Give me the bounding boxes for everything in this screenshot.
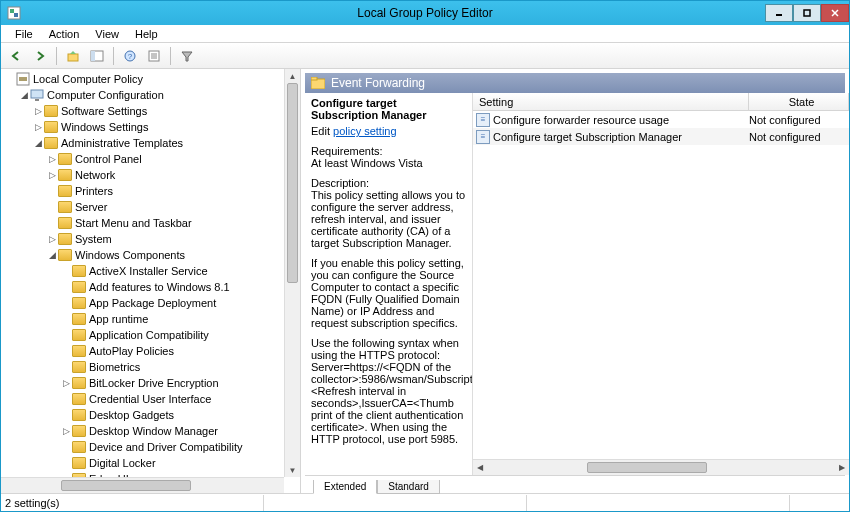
folder-icon <box>72 313 86 325</box>
tree-item-windows-settings[interactable]: ▷Windows Settings <box>5 119 300 135</box>
policy-tree[interactable]: Local Computer Policy ◢Computer Configur… <box>1 69 300 493</box>
scroll-up-arrow[interactable]: ▲ <box>285 69 300 83</box>
tree-item[interactable]: App runtime <box>5 311 300 327</box>
tree-item[interactable]: ActiveX Installer Service <box>5 263 300 279</box>
tree-item-printers[interactable]: Printers <box>5 183 300 199</box>
filter-button[interactable] <box>176 45 198 67</box>
column-setting[interactable]: Setting <box>473 93 749 110</box>
scroll-thumb[interactable] <box>587 462 707 473</box>
folder-icon <box>58 233 72 245</box>
maximize-button[interactable] <box>793 4 821 22</box>
folder-icon <box>72 361 86 373</box>
tree-item-windows-components[interactable]: ◢Windows Components <box>5 247 300 263</box>
tree-item[interactable]: Desktop Gadgets <box>5 407 300 423</box>
menu-view[interactable]: View <box>87 28 127 40</box>
tree-item-computer-configuration[interactable]: ◢Computer Configuration <box>5 87 300 103</box>
menu-help[interactable]: Help <box>127 28 166 40</box>
minimize-button[interactable] <box>765 4 793 22</box>
computer-icon <box>30 88 44 102</box>
folder-icon <box>44 121 58 133</box>
up-button[interactable] <box>62 45 84 67</box>
folder-icon <box>72 281 86 293</box>
tree-item-local-computer-policy[interactable]: Local Computer Policy <box>5 71 300 87</box>
edit-policy-link[interactable]: policy setting <box>333 125 397 137</box>
policy-icon <box>16 72 30 86</box>
status-text: 2 setting(s) <box>5 497 59 509</box>
tree-item[interactable]: AutoPlay Policies <box>5 343 300 359</box>
toolbar-separator <box>56 47 57 65</box>
menu-action[interactable]: Action <box>41 28 88 40</box>
tree-item[interactable]: Digital Locker <box>5 455 300 471</box>
tree-pane: Local Computer Policy ◢Computer Configur… <box>1 69 301 493</box>
folder-icon <box>72 329 86 341</box>
folder-icon <box>72 377 86 389</box>
status-segment <box>789 495 849 511</box>
tree-item-admin-templates[interactable]: ◢Administrative Templates <box>5 135 300 151</box>
tree-item[interactable]: App Package Deployment <box>5 295 300 311</box>
tree-item-dwm[interactable]: ▷Desktop Window Manager <box>5 423 300 439</box>
tree-item[interactable]: Credential User Interface <box>5 391 300 407</box>
status-segment <box>263 495 323 511</box>
tree-item[interactable]: Device and Driver Compatibility <box>5 439 300 455</box>
tree-item-server[interactable]: Server <box>5 199 300 215</box>
window-title: Local Group Policy Editor <box>357 6 492 20</box>
description-body-2: If you enable this policy setting, you c… <box>311 257 466 329</box>
tree-vertical-scrollbar[interactable]: ▲ ▼ <box>284 69 300 477</box>
tree-item[interactable]: Add features to Windows 8.1 <box>5 279 300 295</box>
policy-item-icon: ≡ <box>476 130 490 144</box>
folder-icon <box>72 345 86 357</box>
status-segment <box>526 495 586 511</box>
scroll-left-arrow[interactable]: ◀ <box>473 463 487 472</box>
svg-rect-21 <box>311 77 317 80</box>
tab-standard[interactable]: Standard <box>377 480 440 494</box>
scroll-right-arrow[interactable]: ▶ <box>835 463 849 472</box>
requirements-heading: Requirements: <box>311 145 466 157</box>
show-hide-tree-button[interactable] <box>86 45 108 67</box>
description-body-3: Use the following syntax when using the … <box>311 337 466 445</box>
tree-item-start-menu[interactable]: Start Menu and Taskbar <box>5 215 300 231</box>
help-button[interactable]: ? <box>119 45 141 67</box>
close-button[interactable] <box>821 4 849 22</box>
edit-label: Edit <box>311 125 333 137</box>
folder-icon <box>72 265 86 277</box>
list-horizontal-scrollbar[interactable]: ◀ ▶ <box>473 459 849 475</box>
svg-rect-1 <box>10 9 14 13</box>
folder-icon <box>72 441 86 453</box>
list-row[interactable]: ≡ Configure target Subscription Manager … <box>473 128 849 145</box>
window-frame: Local Group Policy Editor File Action Vi… <box>0 0 850 512</box>
title-bar[interactable]: Local Group Policy Editor <box>1 1 849 25</box>
svg-rect-18 <box>31 90 43 98</box>
tree-item-system[interactable]: ▷System <box>5 231 300 247</box>
column-state[interactable]: State <box>749 93 849 110</box>
tab-extended[interactable]: Extended <box>313 480 377 494</box>
tree-item[interactable]: Application Compatibility <box>5 327 300 343</box>
tree-item-bitlocker[interactable]: ▷BitLocker Drive Encryption <box>5 375 300 391</box>
svg-rect-17 <box>19 77 27 81</box>
right-pane: Event Forwarding Configure target Subscr… <box>301 69 849 493</box>
status-bar: 2 setting(s) <box>1 493 849 511</box>
menu-bar: File Action View Help <box>1 25 849 43</box>
setting-name: Configure target Subscription Manager <box>493 131 749 143</box>
scroll-down-arrow[interactable]: ▼ <box>285 463 300 477</box>
setting-state: Not configured <box>749 114 849 126</box>
tree-item-network[interactable]: ▷Network <box>5 167 300 183</box>
forward-button[interactable] <box>29 45 51 67</box>
tree-item-software-settings[interactable]: ▷Software Settings <box>5 103 300 119</box>
toolbar-separator <box>113 47 114 65</box>
menu-file[interactable]: File <box>7 28 41 40</box>
list-row[interactable]: ≡ Configure forwarder resource usage Not… <box>473 111 849 128</box>
back-button[interactable] <box>5 45 27 67</box>
section-title: Event Forwarding <box>331 76 425 90</box>
properties-button[interactable] <box>143 45 165 67</box>
tree-horizontal-scrollbar[interactable] <box>1 477 284 493</box>
tree-item[interactable]: Biometrics <box>5 359 300 375</box>
window-buttons <box>765 4 849 22</box>
folder-icon <box>44 105 58 117</box>
folder-icon <box>58 169 72 181</box>
view-tabs: Extended Standard <box>305 475 845 493</box>
svg-rect-19 <box>35 99 39 101</box>
scroll-thumb[interactable] <box>61 480 191 491</box>
scroll-thumb[interactable] <box>287 83 298 283</box>
tree-item-control-panel[interactable]: ▷Control Panel <box>5 151 300 167</box>
folder-icon <box>58 153 72 165</box>
